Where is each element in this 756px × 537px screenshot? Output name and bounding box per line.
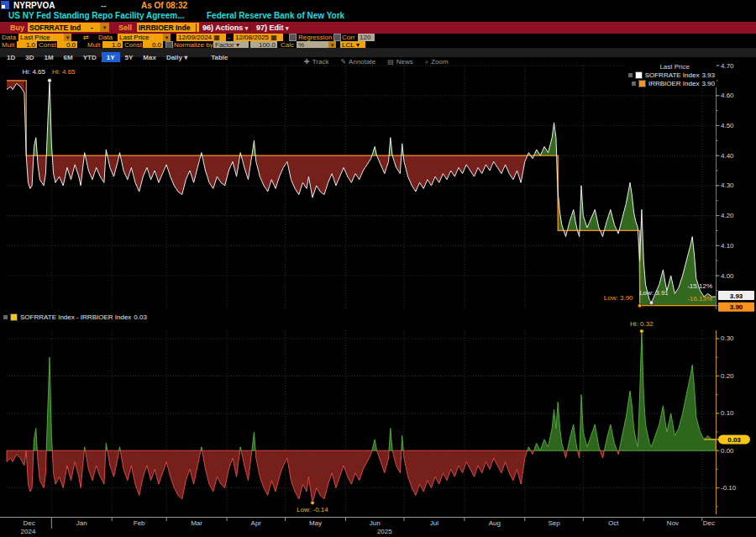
month-label: Jun	[370, 519, 381, 527]
axis-label: 4.50	[721, 122, 734, 129]
month-label: Mar	[191, 519, 202, 527]
price2-dropdown[interactable]: ▾	[163, 34, 171, 41]
security-source: Federal Reserve Bank of New York	[207, 11, 344, 20]
axis-label: 4.00	[721, 272, 734, 280]
title-row: NYRPVOA -- As Of 08:32	[0, 0, 756, 11]
hi-low-marker	[311, 501, 315, 505]
sell-security-field[interactable]: IRRBIOER Inde	[137, 23, 199, 32]
tab-max[interactable]: Max	[138, 52, 161, 62]
sofrrate-swatch-icon	[635, 71, 643, 79]
bloomberg-terminal-window: 4.704.604.504.404.304.204.104.000.300.20…	[0, 0, 756, 537]
chevron-down-icon: ▾	[286, 25, 289, 31]
security-description-row: US NY Fed Standing Repo Facility Agreem.…	[0, 11, 756, 22]
position-dropdown[interactable]: ▾	[100, 23, 109, 32]
axis-label: 4.20	[721, 212, 734, 219]
zoom-button[interactable]: ⌕Zoom	[425, 58, 449, 66]
tab-6m[interactable]: 6M	[59, 52, 78, 62]
month-label: Feb	[134, 519, 145, 527]
range-tabs: 1D3D1M6MYTD1Y5YMaxDaily ▾Table	[2, 48, 234, 57]
price2-select[interactable]: Last Price	[118, 34, 165, 41]
month-label: Oct	[608, 519, 619, 527]
hi-low-annotation: Hi: 4.65	[52, 68, 76, 76]
axis-label: 0.00	[721, 447, 734, 455]
price1-select[interactable]: Last Price	[18, 34, 66, 41]
zoom-icon: ⌕	[425, 58, 428, 66]
month-label: Apr	[251, 519, 262, 527]
security-name: US NY Fed Standing Repo Facility Agreem.…	[8, 11, 184, 20]
position-field[interactable]: -	[89, 23, 101, 32]
track-icon: ✚	[304, 58, 310, 66]
pct-change-label: -15.12%	[687, 282, 712, 290]
irrbioer-swatch-icon	[638, 80, 646, 87]
edit-menu[interactable]: 97) Edit ▾	[249, 24, 289, 32]
calendar-icon: ▦	[270, 34, 277, 41]
drag-handle-icon	[3, 315, 8, 319]
drag-handle-icon	[628, 73, 633, 77]
track-button[interactable]: ✚Track	[304, 58, 328, 66]
corr-checkbox[interactable]	[333, 34, 341, 41]
axis-label: 0.20	[721, 372, 734, 380]
frequency-select[interactable]: Daily ▾	[161, 52, 192, 62]
hi-low-marker	[48, 79, 52, 83]
regression-checkbox[interactable]	[289, 34, 297, 41]
hi-low-annotation: Low: -0.14	[297, 506, 328, 513]
legend-label: SOFRRATE Index - IRRBIOER Index	[20, 313, 131, 321]
tab-3d[interactable]: 3D	[20, 52, 39, 62]
data1-label: Data	[2, 34, 16, 41]
tab-1y[interactable]: 1Y	[102, 52, 120, 62]
table-button[interactable]: Table	[206, 52, 233, 62]
settings-row-2: Mult 1.0 Const 0.0 Mult 1.0 Const 0.0 No…	[0, 41, 756, 48]
trade-bar: Buy SOFRRATE Ind - ▾ Sell IRRBIOER Inde …	[0, 22, 756, 34]
legend-item-sofrrate[interactable]: SOFRRATE Index 3.93	[628, 71, 715, 79]
pct-change-label: -16.13%	[687, 295, 712, 303]
axis-label: 4.60	[721, 92, 734, 99]
month-label: Nov	[667, 519, 679, 527]
legend-item-irrbioer[interactable]: IRRBIOER Index 3.90	[632, 79, 715, 87]
news-button[interactable]: ▤News	[387, 58, 413, 66]
spread-legend[interactable]: SOFRRATE Index - IRRBIOER Index 0.03	[3, 313, 147, 321]
spread-fill-green	[84, 447, 85, 450]
hi-low-annotation: Low: 3.91	[639, 289, 669, 297]
tab-1d[interactable]: 1D	[2, 52, 20, 62]
corr-label: Corr	[342, 34, 355, 41]
annotate-button[interactable]: ✎Annotate	[340, 58, 375, 66]
axis-label: 4.70	[721, 62, 734, 70]
chevron-down-icon: ▾	[66, 34, 70, 41]
month-label: Dec	[24, 519, 35, 527]
settings-row-1: Data Last Price ▾ ⇄ Data Last Price ▾ 12…	[0, 34, 756, 41]
legend-label: IRRBIOER Index	[648, 80, 699, 87]
swap-icon[interactable]: ⇄	[83, 34, 89, 41]
price1-dropdown[interactable]: ▾	[64, 34, 71, 41]
date-to-field[interactable]: 12/08/2025 ▦	[234, 34, 283, 41]
actions-menu[interactable]: 96) Actions ▾	[196, 24, 248, 32]
date-separator: -	[228, 34, 230, 41]
annotate-icon: ✎	[340, 58, 346, 66]
hi-low-marker	[638, 303, 642, 308]
hi-low-marker	[649, 301, 654, 305]
news-icon: ▤	[387, 58, 394, 66]
chevron-down-icon: ▾	[245, 25, 249, 31]
date-from-field[interactable]: 12/09/2024 ▦	[176, 34, 226, 41]
tab-ytd[interactable]: YTD	[78, 52, 102, 62]
hi-low-annotation: Hi: 0.32	[630, 320, 654, 328]
chart-toolbar: ✚Track ✎Annotate ▤News ⌕Zoom	[304, 58, 449, 66]
year-label: 2025	[377, 528, 392, 535]
axis-label: 4.30	[721, 182, 734, 189]
buy-security-field[interactable]: SOFRRATE Ind	[28, 23, 90, 32]
tab-5y[interactable]: 5Y	[120, 52, 139, 62]
month-label: Sep	[548, 519, 560, 527]
month-label: May	[309, 519, 322, 527]
legend-value: 0.03	[134, 313, 147, 321]
drag-handle-icon	[632, 82, 636, 86]
badge-text: 3.90	[730, 303, 743, 311]
corr-window-field[interactable]: 120	[358, 34, 375, 41]
ticker-dashes: --	[101, 1, 107, 10]
tab-1m[interactable]: 1M	[39, 52, 58, 62]
month-label: Jan	[76, 519, 87, 527]
badge-text: 0.03	[727, 436, 741, 444]
legend-value: 3.93	[701, 71, 715, 79]
price-badge: 0.03	[718, 434, 750, 444]
spread-swatch-icon	[10, 313, 18, 321]
price-badge: 3.90	[718, 303, 754, 312]
month-label: Jul	[430, 519, 438, 527]
